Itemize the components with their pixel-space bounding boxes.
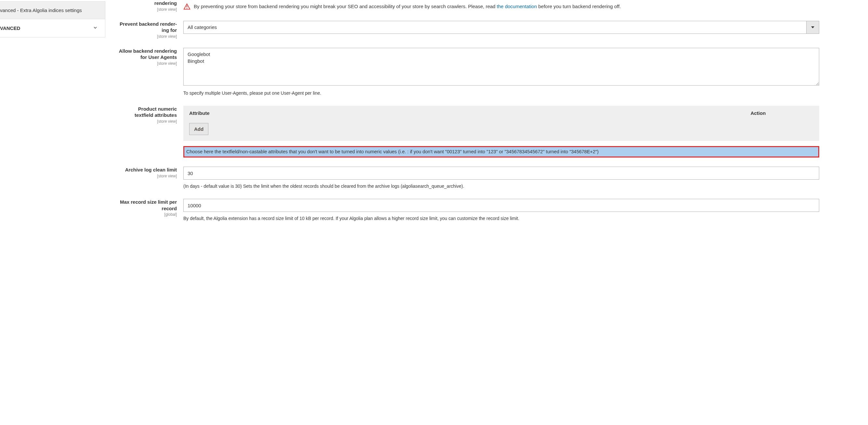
warning-icon <box>183 3 190 11</box>
config-form: rendering [store view] Yes By preventing… <box>105 1 868 425</box>
svg-point-2 <box>187 8 187 8</box>
add-button[interactable]: Add <box>189 123 208 135</box>
scope-label: [store view] <box>118 174 177 178</box>
warning-text-prefix: By preventing your store from backend re… <box>194 4 497 9</box>
field-label: Prevent backend render­ing for <box>118 21 177 33</box>
scope-label: [store view] <box>118 34 177 39</box>
scope-label: [store view] <box>118 61 177 66</box>
sidebar-item-label: vanced - Extra Algolia indices settings <box>0 7 82 13</box>
field-label: Archive log clean limit <box>118 167 177 173</box>
prevent-for-select[interactable]: All categories <box>183 21 819 34</box>
scope-label: [store view] <box>118 119 177 124</box>
config-sidebar: vanced - Extra Algolia indices settings … <box>0 1 105 425</box>
documentation-link[interactable]: the documentation <box>497 4 537 9</box>
select-value: All categories <box>183 21 819 34</box>
user-agents-textarea[interactable] <box>183 48 819 86</box>
max-record-input[interactable] <box>183 199 819 212</box>
field-max-record-size: Max record size limit per record [global… <box>118 199 819 222</box>
field-numeric-attributes: Product numeric textfield attributes [st… <box>118 106 819 158</box>
archive-limit-input[interactable] <box>183 167 819 180</box>
sidebar-item-advanced[interactable]: VANCED <box>0 19 105 37</box>
col-header-attribute: Attribute <box>189 110 703 116</box>
scope-label: [global] <box>118 212 177 217</box>
svg-marker-3 <box>811 26 814 28</box>
field-prevent-backend-for: Prevent backend render­ing for [store vi… <box>118 21 819 39</box>
field-backend-rendering: rendering [store view] Yes By preventing… <box>118 0 819 12</box>
highlighted-note: Choose here the textfield/non-castable a… <box>183 146 819 158</box>
attributes-table: Attribute Action Add <box>183 106 819 141</box>
field-allow-user-agents: Allow backend rendering for User Agents … <box>118 48 819 97</box>
col-header-action: Action <box>703 110 813 116</box>
field-note: (In days - default value is 30) Sets the… <box>183 183 819 190</box>
warning-text-suffix: before you turn backend rendering off. <box>537 4 621 9</box>
field-label: Allow backend rendering for User Agents <box>118 48 177 60</box>
sidebar-item-label: VANCED <box>0 25 20 31</box>
table-header: Attribute Action <box>183 106 819 119</box>
sidebar-item-extra-indices[interactable]: vanced - Extra Algolia indices settings <box>0 1 105 19</box>
field-label: Product numeric textfield attributes <box>118 106 177 118</box>
field-archive-limit: Archive log clean limit [store view] (In… <box>118 167 819 190</box>
scope-label: [store view] <box>118 7 177 12</box>
dropdown-button[interactable] <box>806 21 819 34</box>
chevron-down-icon <box>93 25 98 31</box>
warning-message: By preventing your store from backend re… <box>183 3 819 11</box>
field-label: Max record size limit per record <box>118 199 177 211</box>
field-note: To specify multiple User-Agents, please … <box>183 90 819 97</box>
field-note: By default, the Algolia extension has a … <box>183 215 819 222</box>
field-label: rendering <box>118 0 177 6</box>
